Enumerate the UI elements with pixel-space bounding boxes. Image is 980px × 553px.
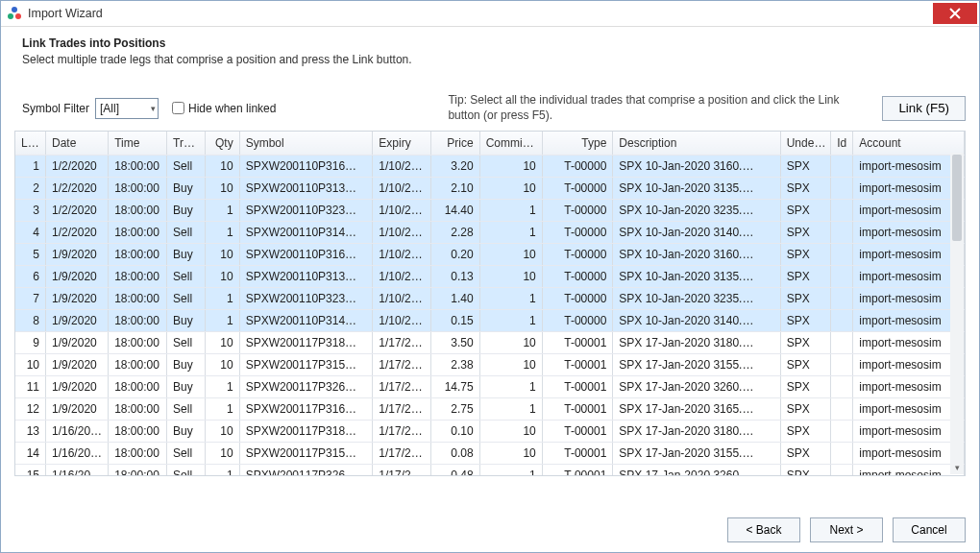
cancel-button[interactable]: Cancel <box>893 517 966 542</box>
col-description[interactable]: Description <box>613 132 780 156</box>
cell: 10 <box>205 332 239 354</box>
cell: 1/10/20… <box>373 222 431 244</box>
cell: 2 <box>15 178 46 200</box>
col-line[interactable]: Line <box>15 132 46 156</box>
cell: import-mesosim <box>853 156 965 178</box>
table-row[interactable]: 81/9/202018:00:00Buy1SPXW200110P314…1/10… <box>15 310 965 332</box>
import-wizard-window: Import Wizard Link Trades into Positions… <box>0 0 980 553</box>
cell: 10 <box>479 332 542 354</box>
table-row[interactable]: 111/9/202018:00:00Buy1SPXW200117P326…1/1… <box>15 376 965 398</box>
table-row[interactable]: 51/9/202018:00:00Buy10SPXW200110P316…1/1… <box>15 244 965 266</box>
col-date[interactable]: Date <box>46 132 109 156</box>
cell: 1/17/20… <box>373 465 431 477</box>
cell: SPX <box>780 465 831 477</box>
table-row[interactable]: 91/9/202018:00:00Sell10SPXW200117P318…1/… <box>15 332 965 354</box>
symbol-filter-value: [All] <box>100 102 119 115</box>
hide-when-linked-input[interactable] <box>172 102 184 114</box>
col-commission[interactable]: Commissi… <box>479 132 542 156</box>
cell: 1 <box>205 310 239 332</box>
cell: 0.08 <box>431 443 479 465</box>
cell: 2.38 <box>431 354 479 376</box>
cell: T-00001 <box>542 465 613 477</box>
table-row[interactable]: 31/2/202018:00:00Buy1SPXW200110P323…1/10… <box>15 200 965 222</box>
scroll-down-icon[interactable]: ▾ <box>950 461 964 474</box>
cell: Buy <box>167 178 206 200</box>
cell: Sell <box>167 156 206 178</box>
table-row[interactable]: 71/9/202018:00:00Sell1SPXW200110P323…1/1… <box>15 288 965 310</box>
col-expiry[interactable]: Expiry <box>373 132 431 156</box>
cell: 1 <box>205 288 239 310</box>
col-type[interactable]: Type <box>542 132 613 156</box>
cell: SPX 10-Jan-2020 3140.… <box>613 310 780 332</box>
cell: SPX 17-Jan-2020 3155.… <box>613 443 780 465</box>
cell: 1 <box>205 200 239 222</box>
col-id[interactable]: Id <box>831 132 853 156</box>
cell: 1/2/2020 <box>46 156 109 178</box>
back-button[interactable]: < Back <box>727 517 800 542</box>
cell: 5 <box>15 244 46 266</box>
hide-when-linked-checkbox[interactable]: Hide when linked <box>172 102 276 115</box>
cell: Buy <box>167 200 206 222</box>
table-row[interactable]: 61/9/202018:00:00Sell10SPXW200110P313…1/… <box>15 266 965 288</box>
cell: 3.50 <box>431 332 479 354</box>
symbol-filter-dropdown[interactable]: [All] ▾ <box>95 98 159 119</box>
cell: 8 <box>15 310 46 332</box>
cell: SPX <box>780 222 831 244</box>
cell: 1/17/20… <box>373 376 431 398</box>
cell: SPX 17-Jan-2020 3165.… <box>613 398 780 421</box>
table-row[interactable]: 101/9/202018:00:00Buy10SPXW200117P315…1/… <box>15 354 965 376</box>
svg-point-0 <box>8 13 13 19</box>
cell: 3.20 <box>431 156 479 178</box>
close-button[interactable] <box>933 3 977 24</box>
table-row[interactable]: 21/2/202018:00:00Buy10SPXW200110P313…1/1… <box>15 178 965 200</box>
cell: 1 <box>479 222 542 244</box>
table-row[interactable]: 131/16/20…18:00:00Buy10SPXW200117P318…1/… <box>15 421 965 443</box>
cell: SPX <box>780 443 831 465</box>
cell: SPXW200110P316… <box>239 244 373 266</box>
cell: T-00001 <box>542 376 613 398</box>
scrollbar-thumb[interactable] <box>952 155 962 241</box>
cell: 18:00:00 <box>109 398 167 421</box>
symbol-filter-label: Symbol Filter <box>22 102 89 115</box>
col-qty[interactable]: Qty <box>205 132 239 156</box>
col-underlying[interactable]: Underl… <box>780 132 831 156</box>
cell: import-mesosim <box>853 421 965 443</box>
next-button[interactable]: Next > <box>810 517 883 542</box>
col-trans[interactable]: Trans <box>167 132 206 156</box>
cell: 1/17/20… <box>373 332 431 354</box>
col-price[interactable]: Price <box>431 132 479 156</box>
table-row[interactable]: 141/16/20…18:00:00Sell10SPXW200117P315…1… <box>15 443 965 465</box>
header-row: Line Date Time Trans Qty Symbol Expiry P… <box>15 132 965 156</box>
cell: 1/2/2020 <box>46 178 109 200</box>
table-row[interactable]: 11/2/202018:00:00Sell10SPXW200110P316…1/… <box>15 156 965 178</box>
col-account[interactable]: Account <box>853 132 965 156</box>
cell: SPX 10-Jan-2020 3235.… <box>613 288 780 310</box>
instructions-title: Link Trades into Positions <box>22 36 964 50</box>
cell: SPXW200117P316… <box>239 398 373 421</box>
col-symbol[interactable]: Symbol <box>239 132 373 156</box>
table-row[interactable]: 121/9/202018:00:00Sell1SPXW200117P316…1/… <box>15 398 965 421</box>
table-row[interactable]: 151/16/20…18:00:00Sell1SPXW200117P326…1/… <box>15 465 965 477</box>
cell <box>831 354 853 376</box>
table-row[interactable]: 41/2/202018:00:00Sell1SPXW200110P314…1/1… <box>15 222 965 244</box>
cell: 10 <box>15 354 46 376</box>
trades-grid: Line Date Time Trans Qty Symbol Expiry P… <box>14 131 966 476</box>
link-button[interactable]: Link (F5) <box>882 96 966 121</box>
cell: 1/9/2020 <box>46 266 109 288</box>
cell <box>831 244 853 266</box>
cell: 1/9/2020 <box>46 398 109 421</box>
cell: 1 <box>205 465 239 477</box>
cell: 10 <box>479 443 542 465</box>
cell: SPX 17-Jan-2020 3155.… <box>613 354 780 376</box>
cell: 1 <box>479 200 542 222</box>
cell: SPXW200117P326… <box>239 376 373 398</box>
vertical-scrollbar[interactable]: ▴ ▾ <box>950 153 964 474</box>
cell: import-mesosim <box>853 266 965 288</box>
cell: 18:00:00 <box>109 310 167 332</box>
cell: 1/10/20… <box>373 310 431 332</box>
cell: 12 <box>15 398 46 421</box>
cell: Sell <box>167 332 206 354</box>
col-time[interactable]: Time <box>109 132 167 156</box>
cell: Buy <box>167 310 206 332</box>
cell <box>831 332 853 354</box>
